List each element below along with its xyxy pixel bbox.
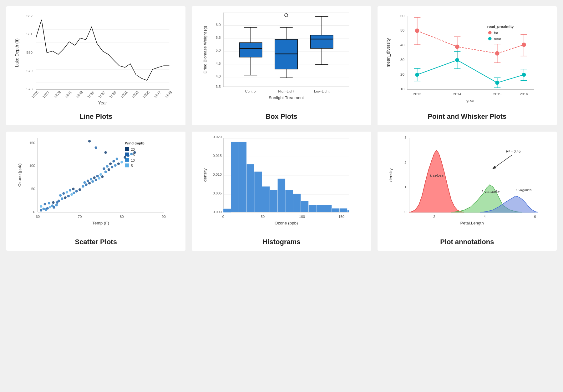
chart-scatter-plots: 0 50 100 150 Ozone (ppb) 60 70 80 90 Tem… (9, 135, 182, 235)
svg-text:Control: Control (245, 89, 257, 93)
svg-point-182 (99, 173, 102, 176)
svg-whisker-plots: 10 20 30 40 50 60 mean_diversity 2013 20… (381, 9, 554, 109)
svg-text:I. setosa: I. setosa (430, 173, 444, 177)
svg-point-181 (96, 175, 99, 177)
svg-point-174 (95, 178, 97, 181)
svg-plot-annotations: 0 1 2 3 density 2 4 6 Petal.Length (381, 135, 554, 235)
svg-point-117 (522, 73, 526, 77)
svg-point-196 (95, 146, 97, 149)
svg-text:1897: 1897 (153, 90, 162, 99)
cell-line-plots: 578 579 580 581 582 Lake Depth (ft) 1875… (6, 6, 185, 125)
svg-point-183 (104, 171, 107, 173)
svg-text:3: 3 (404, 136, 406, 139)
svg-text:40: 40 (400, 43, 405, 47)
svg-point-145 (42, 208, 45, 210)
label-box-plots: Box Plots (266, 113, 297, 121)
svg-text:Temp (F): Temp (F) (92, 221, 109, 225)
svg-box-plots: 3.5 4.0 4.5 5.0 5.5 6.0 Dried Biomass We… (195, 9, 368, 109)
svg-text:0.010: 0.010 (213, 173, 222, 176)
svg-point-169 (56, 201, 58, 204)
svg-text:90: 90 (162, 215, 166, 219)
svg-rect-219 (231, 142, 239, 212)
svg-text:0: 0 (222, 215, 224, 219)
svg-histograms: 0.000 0.005 0.010 0.015 0.020 density 0 … (195, 135, 368, 235)
svg-point-162 (75, 190, 78, 193)
svg-point-164 (59, 194, 62, 197)
svg-point-167 (69, 189, 71, 191)
svg-text:1877: 1877 (42, 90, 50, 99)
svg-point-173 (91, 180, 94, 183)
svg-point-150 (53, 206, 55, 209)
svg-text:10: 10 (400, 87, 405, 91)
svg-text:60: 60 (36, 215, 40, 219)
svg-point-101 (522, 43, 526, 47)
svg-text:2016: 2016 (520, 92, 528, 96)
svg-rect-234 (347, 210, 349, 212)
svg-text:1885: 1885 (86, 90, 95, 99)
svg-text:581: 581 (26, 32, 33, 36)
svg-rect-223 (262, 186, 270, 212)
svg-point-148 (49, 206, 51, 208)
svg-text:4.0: 4.0 (216, 74, 221, 78)
svg-text:50: 50 (31, 187, 35, 191)
svg-text:mean_diversity: mean_diversity (386, 38, 391, 67)
label-plot-annotations: Plot annotations (440, 238, 494, 246)
svg-text:579: 579 (26, 69, 33, 73)
svg-point-98 (415, 29, 419, 33)
svg-text:1899: 1899 (164, 90, 173, 99)
svg-text:1889: 1889 (108, 90, 117, 99)
svg-text:1883: 1883 (75, 90, 84, 99)
svg-point-160 (70, 193, 73, 196)
svg-text:70: 70 (78, 215, 82, 219)
svg-text:10: 10 (131, 158, 135, 162)
svg-point-198 (127, 154, 129, 157)
svg-point-99 (455, 45, 459, 49)
chart-whisker-plots: 10 20 30 40 50 60 mean_diversity 2013 20… (381, 9, 554, 109)
svg-text:road_proximity: road_proximity (487, 24, 514, 28)
svg-text:1: 1 (404, 185, 406, 189)
svg-text:0.020: 0.020 (213, 135, 222, 139)
svg-text:0.005: 0.005 (213, 191, 222, 195)
label-line-plots: Line Plots (79, 113, 112, 121)
svg-text:Wind (mph): Wind (mph) (125, 141, 145, 145)
svg-rect-232 (332, 208, 340, 212)
chart-box-plots: 3.5 4.0 4.5 5.0 5.5 6.0 Dried Biomass We… (195, 9, 368, 109)
cell-histograms: 0.000 0.005 0.010 0.015 0.020 density 0 … (192, 132, 371, 251)
svg-rect-230 (316, 205, 324, 212)
svg-text:582: 582 (26, 14, 33, 18)
svg-point-194 (88, 140, 91, 143)
svg-text:1893: 1893 (131, 90, 139, 99)
svg-text:50: 50 (261, 215, 265, 219)
svg-rect-218 (223, 209, 231, 212)
svg-text:Petal.Length: Petal.Length (460, 221, 484, 225)
svg-point-188 (120, 161, 123, 163)
svg-point-165 (62, 192, 65, 195)
svg-text:4.5: 4.5 (216, 62, 221, 65)
svg-text:0: 0 (404, 210, 406, 214)
svg-text:I. virginica: I. virginica (515, 188, 531, 192)
svg-text:4: 4 (484, 215, 485, 219)
cell-scatter-plots: 0 50 100 150 Ozone (ppb) 60 70 80 90 Tem… (6, 132, 185, 251)
svg-point-168 (72, 188, 74, 190)
svg-text:Ozone (ppb): Ozone (ppb) (17, 163, 22, 187)
svg-text:Year: Year (98, 100, 107, 105)
svg-text:5: 5 (131, 164, 133, 168)
chart-line-plots: 578 579 580 581 582 Lake Depth (ft) 1875… (9, 9, 182, 109)
svg-text:Sunlight Treatment: Sunlight Treatment (269, 95, 304, 100)
svg-text:0: 0 (33, 210, 35, 214)
svg-point-170 (82, 185, 84, 188)
svg-rect-65 (311, 35, 333, 48)
svg-text:150: 150 (29, 141, 35, 145)
svg-rect-221 (247, 164, 255, 212)
svg-point-152 (40, 205, 42, 208)
svg-point-144 (40, 209, 42, 211)
svg-text:578: 578 (26, 87, 33, 91)
svg-rect-233 (340, 208, 347, 212)
svg-text:near: near (494, 37, 501, 41)
svg-text:Ozone (ppb): Ozone (ppb) (275, 221, 298, 225)
svg-text:50: 50 (400, 28, 405, 32)
svg-point-187 (117, 163, 120, 165)
svg-text:far: far (494, 31, 498, 35)
svg-point-192 (112, 160, 115, 163)
svg-text:2015: 2015 (493, 92, 501, 96)
